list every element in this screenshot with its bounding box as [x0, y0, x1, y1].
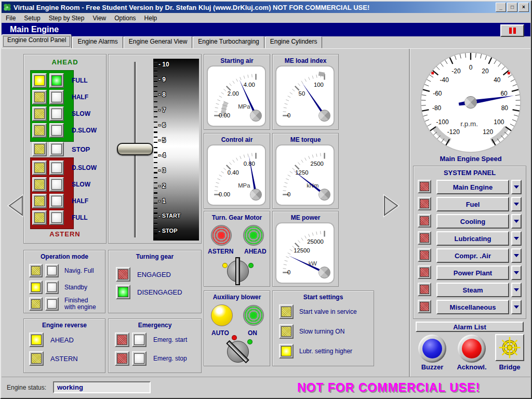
system-dropdown-cooling[interactable]	[511, 214, 522, 229]
row-label: Standby	[64, 284, 87, 291]
close-icon[interactable]: ×	[518, 3, 529, 12]
acknowledge-button[interactable]	[458, 335, 486, 363]
buzzer-ball	[422, 339, 442, 358]
app-logo-icon	[3, 3, 11, 11]
stop-answer-lamp[interactable]	[49, 142, 64, 156]
system-dropdown-power-plant[interactable]	[511, 265, 522, 280]
menu-file[interactable]: File	[2, 14, 20, 23]
emergency-start-button[interactable]	[115, 332, 129, 347]
system-button-lubricating[interactable]: Lubricating	[436, 231, 509, 246]
ahead-slow-command-button[interactable]	[32, 107, 47, 121]
system-dropdown-lubricating[interactable]	[511, 231, 522, 246]
row-label: SLOW	[72, 181, 90, 188]
ahead-full-command-button[interactable]	[32, 73, 47, 88]
standby-button[interactable]	[29, 281, 43, 294]
reverse-ahead-button[interactable]	[29, 332, 44, 347]
system-dropdown-miscellaneous[interactable]	[511, 300, 522, 314]
stop-command-button[interactable]	[32, 142, 47, 156]
ahead-full-answer-lamp[interactable]	[49, 73, 64, 88]
engaged-lamp[interactable]	[116, 267, 130, 282]
ahead-slow-answer-lamp[interactable]	[49, 107, 64, 121]
reverse-astern-button[interactable]	[29, 351, 44, 366]
answer-lamp	[51, 92, 62, 102]
maximize-icon[interactable]: □	[507, 3, 517, 12]
astern-dslow-command-button[interactable]	[32, 161, 47, 175]
astern-full-answer-lamp[interactable]	[49, 210, 64, 225]
switch-handle[interactable]	[235, 257, 240, 285]
auxiliary-blower-switch[interactable]	[227, 341, 249, 363]
disengaged-lamp[interactable]	[116, 285, 130, 299]
emergency-start-lamp[interactable]	[132, 332, 147, 347]
bridge-button[interactable]	[495, 334, 524, 361]
navig-full-lamp[interactable]	[45, 264, 59, 277]
command-lamp	[34, 212, 45, 223]
chevron-down-icon	[514, 271, 519, 274]
lamp	[117, 335, 127, 345]
engine-status-field[interactable]	[53, 381, 151, 393]
turn-gear-motor-switch[interactable]	[227, 260, 249, 282]
astern-slow-command-button[interactable]	[32, 177, 47, 192]
astern-half-answer-lamp[interactable]	[49, 194, 64, 208]
lever-handle[interactable]	[117, 143, 153, 155]
lubr-setting-higher-button[interactable]	[279, 344, 294, 358]
gauge-title: Starting air	[204, 57, 270, 64]
emergency-stop-lamp[interactable]	[132, 351, 147, 366]
finished-with-engine-button[interactable]	[29, 297, 43, 311]
finished-with-engine-lamp[interactable]	[45, 297, 59, 311]
start-valve-in-service-button[interactable]	[279, 304, 294, 319]
menu-options[interactable]: Options	[110, 14, 140, 23]
astern-full-command-button[interactable]	[32, 210, 47, 225]
tab-engine-cylinders[interactable]: Engine Cylinders	[265, 36, 323, 48]
astern-slow-answer-lamp[interactable]	[49, 177, 64, 192]
system-dropdown-steam[interactable]	[511, 283, 522, 297]
row-label: Slow turning ON	[299, 328, 344, 335]
telegraph-row-astern-full: FULL	[32, 210, 88, 225]
minimize-icon[interactable]: _	[496, 3, 506, 12]
previous-panel-arrow[interactable]	[5, 193, 26, 218]
svg-text:12500: 12500	[294, 247, 310, 254]
system-button-main-engine[interactable]: Main Engine	[436, 180, 509, 194]
row-label: HALF	[72, 197, 88, 205]
system-dropdown-fuel[interactable]	[511, 197, 522, 211]
panel-title: Operation mode	[24, 253, 105, 260]
system-button-steam[interactable]: Steam	[436, 283, 509, 297]
pause-button[interactable]	[500, 24, 524, 37]
navig-full-button[interactable]	[29, 264, 43, 277]
system-button-fuel[interactable]: Fuel	[436, 197, 509, 211]
buzzer-button[interactable]	[418, 335, 446, 363]
system-button-miscellaneous[interactable]: Miscellaneous	[436, 300, 509, 314]
standby-lamp[interactable]	[45, 281, 59, 294]
system-button-compr-air[interactable]: Compr. .Air	[436, 248, 509, 263]
tab-engine-alarms[interactable]: Engine Alarms	[72, 36, 123, 48]
row-label: D.SLOW	[72, 127, 97, 134]
system-button-power-plant[interactable]: Power Plant	[436, 265, 509, 280]
menu-setup[interactable]: Setup	[20, 14, 44, 23]
row-label: D.SLOW	[72, 164, 97, 171]
next-panel-arrow[interactable]	[381, 193, 402, 218]
slow-turning-on-button[interactable]	[279, 324, 294, 339]
tab-engine-turbocharging[interactable]: Engine Turbocharging	[193, 36, 264, 48]
telegraph-row-ahead-slow: SLOW	[32, 107, 90, 121]
menu-help[interactable]: Help	[140, 14, 162, 23]
astern-half-command-button[interactable]	[32, 194, 47, 208]
ahead-dslow-answer-lamp[interactable]	[49, 123, 64, 138]
system-button-cooling[interactable]: Cooling	[436, 214, 509, 229]
ahead-half-command-button[interactable]	[32, 90, 47, 104]
system-dropdown-main-engine[interactable]	[511, 180, 522, 194]
bridge-label: Bridge	[494, 363, 525, 371]
tab-engine-control-panel[interactable]: Engine Control Panel	[2, 34, 72, 48]
menu-step-by-step[interactable]: Step by Step	[45, 14, 89, 23]
system-dropdown-compr-air[interactable]	[511, 248, 522, 263]
lever-scale-label: - 8	[158, 91, 166, 98]
ahead-half-answer-lamp[interactable]	[49, 90, 64, 104]
menu-view[interactable]: View	[88, 14, 110, 23]
switch-position-dot	[222, 263, 228, 268]
tab-engine-general-view[interactable]: Engine General View	[124, 36, 193, 48]
switch-position-dot	[247, 339, 252, 344]
alarm-list-button[interactable]: Alarm List	[416, 322, 524, 332]
ahead-dslow-command-button[interactable]	[32, 123, 47, 138]
ship-wheel-icon	[496, 335, 523, 360]
astern-dslow-answer-lamp[interactable]	[49, 161, 64, 175]
switch-handle[interactable]	[226, 340, 249, 364]
emergency-stop-button[interactable]	[115, 351, 129, 366]
